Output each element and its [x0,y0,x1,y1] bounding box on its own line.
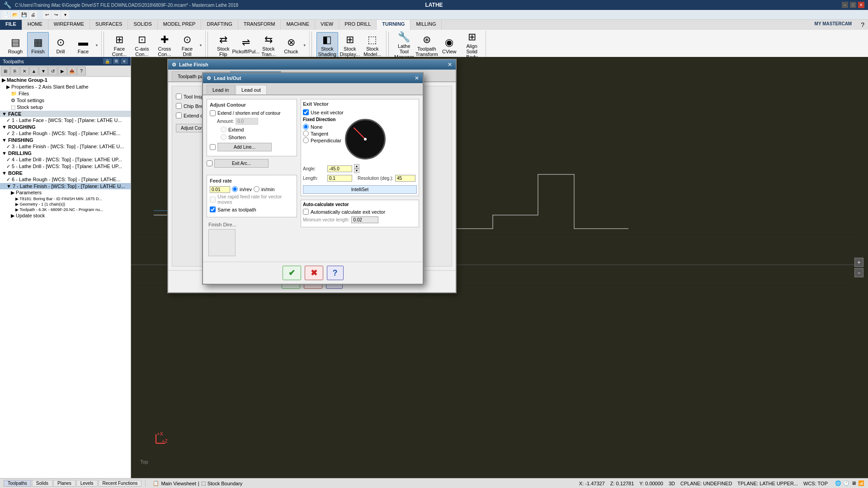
tree-item-lathe-finish-7[interactable]: ▼ 7 - Lathe Finish - [WCS: Top] - [Tplan… [0,183,131,189]
tab-model-prep[interactable]: MODEL PREP [158,20,202,30]
auto-calc-checkbox[interactable] [303,209,309,215]
use-exit-vector-checkbox[interactable] [303,109,309,115]
tree-item-files[interactable]: 📁 Files [0,90,131,97]
levels-tab[interactable]: Levels [76,480,98,487]
angle-up-button[interactable]: ▲ [354,164,359,169]
lp-verify-btn[interactable]: ▶ [58,66,67,75]
stock-display-button[interactable]: ⊞ Stock Display... [339,32,361,58]
tab-wireframe[interactable]: WIREFRAME [48,20,90,30]
caxis-con-button[interactable]: ⊡ C-axis Con... [131,32,153,58]
face-cont-button[interactable]: ⊞ Face Cont... [108,32,130,58]
rough-button[interactable]: ▤ Rough [5,32,26,58]
tree-item-lathe-face[interactable]: ✓ 1 - Lathe Face - [WCS: Top] - [Tplane:… [0,117,131,124]
tree-item-geometry[interactable]: ▶ Geometry - 1 (1 chain(s)) [0,202,131,207]
angle-dial[interactable] [345,119,386,160]
finish-button[interactable]: ▦ Finish [27,32,49,58]
lp-new-btn[interactable]: ⊞ [1,66,10,75]
close-button[interactable]: ✕ [858,2,864,8]
lead-cancel-button[interactable]: ✖ [305,266,323,280]
tool-inspection-checkbox[interactable] [176,94,182,99]
panel-lock-button[interactable]: 🔒 [103,58,112,64]
lp-post-btn[interactable]: 📤 [67,66,76,75]
drill-button[interactable]: ⊙ Drill [50,32,71,58]
chuck-button[interactable]: ⊗ Chuck [280,32,302,58]
tree-item-roughing[interactable]: ▼ ROUGHING [0,124,131,130]
tree-item-update-stock[interactable]: ▶ Update stock [0,212,131,219]
panel-float-button[interactable]: ⧉ [113,58,119,64]
none-radio[interactable] [303,124,309,130]
tab-surfaces[interactable]: SURFACES [90,20,128,30]
new-button[interactable]: 📄 [2,11,10,19]
amount-input[interactable] [236,118,258,125]
tab-turning[interactable]: TURNING [377,20,410,31]
length-input[interactable] [327,175,352,182]
extend-radio[interactable] [221,127,226,132]
toolpath-transform-button[interactable]: ⊛ Toolpath Transform [416,32,438,58]
my-mastercam[interactable]: MY MASTERCAM [809,20,858,30]
tree-item-toolpath[interactable]: ▶ Toolpath - 6.3K - 6809F-20.NC - Progra… [0,207,131,212]
panel-close-button[interactable]: ✕ [121,58,128,64]
face-drill-button[interactable]: ⊙ Face Drill [176,32,198,58]
chip-break-checkbox[interactable] [176,103,182,109]
perpendicular-radio[interactable] [303,137,309,143]
tree-item-lathe-rough[interactable]: ✓ 2 - Lathe Rough - [WCS: Top] - [Tplane… [0,130,131,137]
lp-regen-btn[interactable]: ↺ [48,66,57,75]
lead-ok-button[interactable]: ✔ [283,266,301,280]
solids-tab[interactable]: Solids [32,480,52,487]
lathe-tool-manager-button[interactable]: 🔧 Lathe Tool Manager [393,32,415,58]
addline-checkbox[interactable] [210,144,216,150]
caxis-dropdown[interactable]: ▼ [199,43,203,47]
maximize-button[interactable]: □ [850,2,856,8]
intelliset-button[interactable]: IntelliSet [303,185,417,194]
tab-transform[interactable]: TRANSFORM [238,20,281,30]
tab-solids[interactable]: SOLIDS [128,20,157,30]
lp-copy-btn[interactable]: ⎘ [10,66,19,75]
lead-tab-in[interactable]: Lead in [207,85,235,94]
minimize-button[interactable]: − [842,2,848,8]
recent-functions-tab[interactable]: Recent Functions [99,480,142,487]
exit-arc-checkbox[interactable] [207,160,212,166]
tree-item-drilling[interactable]: ▼ DRILLING [0,150,131,156]
print-button[interactable]: 🖨 [29,11,37,19]
part-handling-dropdown[interactable]: ▼ [303,43,307,47]
tab-machine[interactable]: MACHINE [281,20,315,30]
tree-item-face[interactable]: ▼ FACE [0,111,131,117]
tree-item-properties[interactable]: ▶ Properties - 2 Axis Slant Bed Lathe [0,84,131,90]
resolution-input[interactable] [395,175,415,182]
tab-pro-drill[interactable]: PRO DRILL [339,20,377,30]
lathe-finish-close-button[interactable]: ✕ [448,61,452,68]
min-vector-input[interactable] [351,216,378,223]
zoom-out-button[interactable]: − [854,268,863,277]
stock-tran-button[interactable]: ⇆ Stock Tran... [258,32,279,58]
tree-item-lathe-drill-5[interactable]: ✓ 5 - Lathe Drill - [WCS: Top] - [Tplane… [0,163,131,170]
general-dropdown[interactable]: ▼ [95,43,99,47]
extend-contour-checkbox[interactable] [176,113,182,118]
lp-up-btn[interactable]: ▲ [29,66,38,75]
lp-delete-btn[interactable]: ✕ [20,66,29,75]
same-as-toolpath-checkbox[interactable] [210,206,216,212]
in-rev-radio[interactable] [232,186,238,192]
help-button[interactable]: ? [857,20,868,30]
tree-item-finishing[interactable]: ▼ FINISHING [0,137,131,143]
extend-shorten-checkbox[interactable] [210,110,216,116]
tab-home[interactable]: HOME [22,20,48,30]
stock-model-button[interactable]: ⬚ Stock Model... [362,32,383,58]
angle-input[interactable] [327,165,352,172]
in-min-radio[interactable] [254,186,259,192]
tab-drafting[interactable]: DRAFTING [201,20,238,30]
tree-item-lathe-finish[interactable]: ✓ 3 - Lathe Finish - [WCS: Top] - [Tplan… [0,143,131,150]
lp-down-btn[interactable]: ▼ [39,66,48,75]
open-button[interactable]: 📂 [11,11,19,19]
cview-button[interactable]: ◉ CView [439,32,460,58]
align-solid-body-button[interactable]: ⊞ Align Solid Body [461,32,483,58]
tree-item-boring-bar[interactable]: ▶ T8181: Boring Bar - ID FINISH MIN .187… [0,196,131,202]
tree-item-tool-settings[interactable]: ⚙ Tool settings [0,97,131,104]
tab-file[interactable]: FILE [0,20,22,30]
tree-item-machine-group[interactable]: ▶ Machine Group-1 [0,77,131,84]
lead-tab-out[interactable]: Lead out [236,85,267,94]
use-rapid-checkbox[interactable] [210,197,216,202]
addline-button[interactable]: Add Line... [217,143,272,151]
shorten-radio[interactable] [221,134,226,140]
redo-button[interactable]: ↪ [52,11,60,19]
tab-view[interactable]: VIEW [315,20,339,30]
